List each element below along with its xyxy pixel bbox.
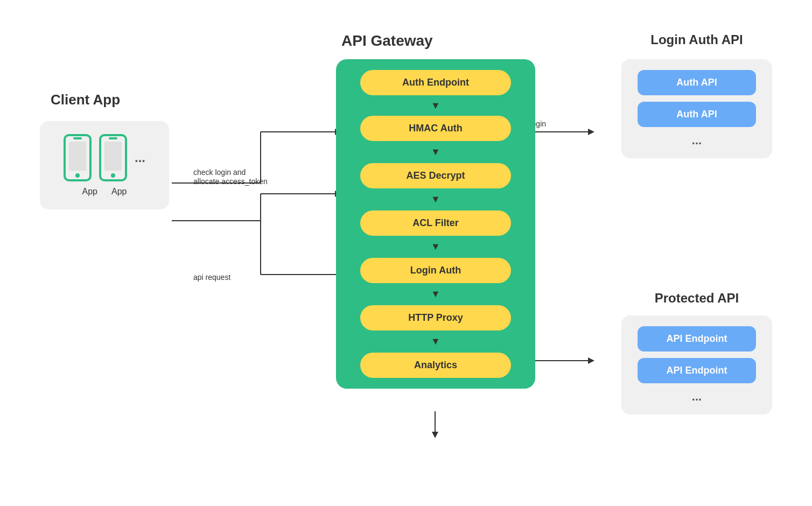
- protected-api-box: API Endpoint API Endpoint ...: [621, 315, 772, 414]
- phone-icon-1: [64, 134, 92, 181]
- auth-api-node-1: Auth API: [638, 70, 756, 95]
- diagram-container: check login and allocate access_token ap…: [29, 16, 783, 490]
- node-hmac-auth: HMAC Auth: [360, 116, 511, 141]
- svg-marker-14: [588, 129, 594, 135]
- api-endpoint-node-1: API Endpoint: [638, 326, 756, 352]
- client-app-title: Client App: [51, 92, 120, 108]
- gateway-title: API Gateway: [341, 32, 433, 50]
- client-dots: ...: [135, 150, 145, 165]
- auth-api-node-2: Auth API: [638, 102, 756, 127]
- svg-marker-17: [588, 357, 594, 364]
- login-auth-dots: ...: [692, 133, 702, 147]
- svg-rect-35: [104, 142, 122, 171]
- login-auth-box: Auth API Auth API ...: [621, 59, 772, 158]
- svg-text:api request: api request: [193, 273, 230, 282]
- svg-rect-31: [69, 142, 86, 171]
- app-label-2: App: [111, 187, 127, 196]
- svg-point-32: [75, 173, 80, 178]
- protected-api-dots: ...: [692, 390, 702, 404]
- node-analytics: Analytics: [360, 353, 511, 378]
- phone-labels: App App: [51, 187, 158, 196]
- app-label-1: App: [82, 187, 97, 196]
- svg-text:allocate access_token: allocate access_token: [193, 177, 268, 186]
- phone-icon-2: [99, 134, 127, 181]
- node-auth-endpoint: Auth Endpoint: [360, 70, 511, 95]
- arrow-2: ▼: [431, 146, 440, 158]
- arrow-3: ▼: [431, 194, 440, 205]
- gateway-box: Auth Endpoint ▼ HMAC Auth ▼ AES Decrypt …: [336, 59, 535, 389]
- arrow-5: ▼: [431, 289, 440, 300]
- node-aes-decrypt: AES Decrypt: [360, 163, 511, 188]
- login-auth-title: Login Auth API: [621, 32, 772, 47]
- node-login-auth: Login Auth: [360, 258, 511, 283]
- arrow-1: ▼: [431, 101, 440, 110]
- svg-rect-37: [109, 137, 117, 139]
- svg-point-36: [111, 173, 115, 178]
- protected-api-title: Protected API: [621, 291, 772, 306]
- api-endpoint-node-2: API Endpoint: [638, 358, 756, 383]
- svg-marker-29: [432, 432, 438, 438]
- svg-rect-33: [73, 137, 82, 139]
- client-app-box: ... App App: [40, 121, 169, 209]
- svg-text:check login and: check login and: [193, 168, 246, 177]
- phones-row: ...: [51, 134, 158, 181]
- arrow-6: ▼: [431, 336, 440, 347]
- arrow-4: ▼: [431, 241, 440, 252]
- node-http-proxy: HTTP Proxy: [360, 305, 511, 331]
- node-acl-filter: ACL Filter: [360, 210, 511, 236]
